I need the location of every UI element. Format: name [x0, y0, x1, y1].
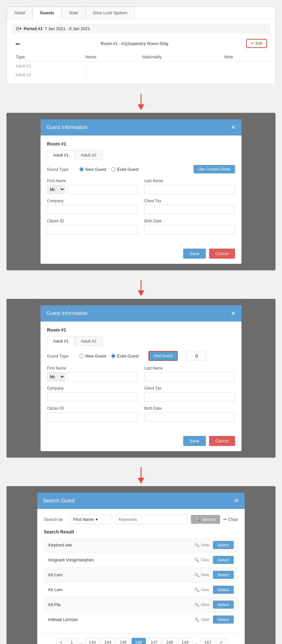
result-name-5: Kittisak Lemsan [44, 612, 147, 627]
page-149-button[interactable]: 149 [178, 638, 192, 644]
select-button-4[interactable]: Select [213, 601, 234, 609]
modal1-firstname-label: First Name [47, 179, 138, 183]
result-actions-3: 🔍 View Select [147, 582, 238, 597]
clear-button[interactable]: ✏ Clear [223, 517, 238, 522]
modal1-new-guest-label: New Guest [85, 167, 106, 172]
view-button-5[interactable]: 🔍 View [194, 617, 209, 622]
modal1-save-button[interactable]: Save [183, 249, 206, 259]
guest-note-cell [220, 62, 270, 71]
modal1-new-guest-radio[interactable]: New Guest [79, 167, 106, 172]
guest-type-cell: Adult #2 [12, 70, 81, 79]
select-button-1[interactable]: Select [213, 556, 234, 564]
search-button[interactable]: 🔍 Search [191, 515, 220, 524]
view-button-3[interactable]: 🔍 View [194, 588, 209, 592]
search-modal-header: Search Guest ✕ [37, 493, 245, 509]
tab-note[interactable]: Note [62, 7, 85, 18]
modal2-body: Room #1 Adult #1 Adult #2 Guest Type New… [41, 322, 241, 432]
modal2-birthdate-group: Birth Date [144, 406, 235, 422]
modal2-company-input[interactable] [47, 392, 138, 402]
svg-marker-3 [138, 290, 144, 296]
col-nationality: Nationality [138, 53, 220, 62]
view-button-4[interactable]: 🔍 View [194, 603, 209, 607]
page-143-button[interactable]: 143 [85, 638, 100, 644]
guest-type-cell: Adult #1 [12, 62, 81, 71]
modal1-company-input[interactable] [47, 205, 138, 214]
modal2-cancel-button[interactable]: Cancel [209, 436, 235, 446]
page-prev-button[interactable]: < [56, 638, 66, 644]
modal1-exist-guest-label: Exist Guest [117, 167, 138, 172]
modal1-guest-type-label: Guest Type [47, 167, 73, 172]
modal2-birthdate-input[interactable] [144, 412, 235, 422]
use-contact-button[interactable]: Use Contact Detail [194, 165, 235, 173]
edit-button[interactable]: ✏ Edit [247, 40, 266, 47]
modal1-salutation-select[interactable]: Mr. Mrs. Ms. [47, 185, 65, 194]
booking-tabs: Detail Guests Note Door Lock System [7, 7, 275, 19]
page-146-button[interactable]: 146 [132, 638, 146, 644]
page-1-button[interactable]: 1 [67, 638, 76, 644]
modal1-close-button[interactable]: ✕ [231, 124, 236, 131]
view-button-0[interactable]: 🔍 View [194, 543, 209, 547]
table-row: Adult #2 - [12, 70, 270, 79]
modal1-name-row: First Name Mr. Mrs. Ms. Last Name [47, 179, 235, 194]
page-147-button[interactable]: 147 [147, 638, 161, 644]
modal2-exist-guest-radio[interactable]: Exist Guest [111, 354, 138, 358]
modal2-lastname-input[interactable] [144, 372, 235, 381]
guest-count-input[interactable] [187, 352, 206, 360]
modal2-tab-adult1[interactable]: Adult #1 [47, 336, 75, 346]
page-next-button[interactable]: > [216, 638, 226, 644]
modal1-clienttax-label: Client Tax [144, 199, 235, 203]
modal2-new-guest-radio[interactable]: New Guest [79, 354, 106, 358]
search-by-label: Search by [44, 517, 66, 522]
modal1-exist-guest-radio[interactable]: Exist Guest [111, 167, 138, 172]
modal2-name-row: First Name Mr. Mrs. Ms. Last Name [47, 366, 235, 381]
search-icon-3: 🔍 [194, 588, 199, 592]
find-guest-button[interactable]: Find Guest [148, 351, 178, 361]
modal2-citizen-row: Citizen ID Birth Date [47, 406, 235, 422]
modal1-lastname-input[interactable] [144, 185, 235, 194]
search-btn-label: Search [202, 517, 216, 522]
modal2-lastname-group: Last Name [144, 366, 235, 381]
modal1-birthdate-group: Birth Date [144, 219, 235, 234]
search-dropdown[interactable]: First Name ▾ [70, 515, 112, 524]
select-button-2[interactable]: Select [213, 571, 234, 579]
modal2-firstname-label: First Name [47, 366, 138, 370]
room-header: 🛏 Room #1 : A1(Superior)/ Room Only ✏ Ed… [12, 37, 270, 50]
select-button-0[interactable]: Select [213, 541, 234, 549]
modal1-company-group: Company [47, 199, 138, 214]
page-145-button[interactable]: 145 [116, 638, 130, 644]
modal1-clienttax-input[interactable] [144, 205, 235, 214]
chevron-down-icon: ▾ [96, 517, 98, 522]
view-button-1[interactable]: 🔍 View [194, 558, 209, 562]
select-button-5[interactable]: Select [213, 615, 234, 624]
select-button-3[interactable]: Select [213, 586, 234, 594]
modal1-cancel-button[interactable]: Cancel [209, 249, 235, 259]
tab-detail[interactable]: Detail [7, 7, 32, 18]
modal2-salutation-select[interactable]: Mr. Mrs. Ms. [47, 372, 65, 381]
search-bar-row: Search by First Name ▾ 🔍 Search ✏ Clear [44, 515, 238, 524]
page-144-button[interactable]: 144 [101, 638, 115, 644]
search-modal-close-button[interactable]: ✕ [234, 497, 239, 504]
modal1-firstname-input[interactable] [67, 185, 138, 194]
modal2-company-row: Company Client Tax [47, 386, 235, 402]
modal1-birthdate-input[interactable] [144, 225, 235, 234]
keywords-input[interactable] [115, 515, 188, 524]
modal1-tab-adult1[interactable]: Adult #1 [47, 150, 75, 160]
guest-nationality-cell [138, 70, 220, 79]
modal2-tab-adult2[interactable]: Adult #2 [75, 336, 103, 346]
modal2-close-button[interactable]: ✕ [231, 310, 236, 317]
tab-door-lock[interactable]: Door Lock System [86, 7, 135, 18]
page-167-button[interactable]: 167 [201, 638, 215, 644]
view-button-2[interactable]: 🔍 View [194, 573, 209, 577]
modal2-firstname-input[interactable] [67, 372, 138, 381]
tab-guests[interactable]: Guests [32, 7, 62, 19]
page-148-button[interactable]: 148 [162, 638, 177, 644]
modal1-citizenid-input[interactable] [47, 225, 138, 234]
modal2-footer: Save Cancel [41, 432, 241, 451]
modal1-tab-adult2[interactable]: Adult #2 [75, 150, 103, 160]
modal2-save-button[interactable]: Save [183, 436, 206, 446]
modal2-room-label: Room #1 [47, 327, 235, 333]
modal2-clienttax-input[interactable] [144, 392, 235, 402]
modal2-citizenid-input[interactable] [47, 412, 138, 422]
col-name: Name [81, 53, 138, 62]
search-result-title: Search Result [44, 529, 238, 534]
